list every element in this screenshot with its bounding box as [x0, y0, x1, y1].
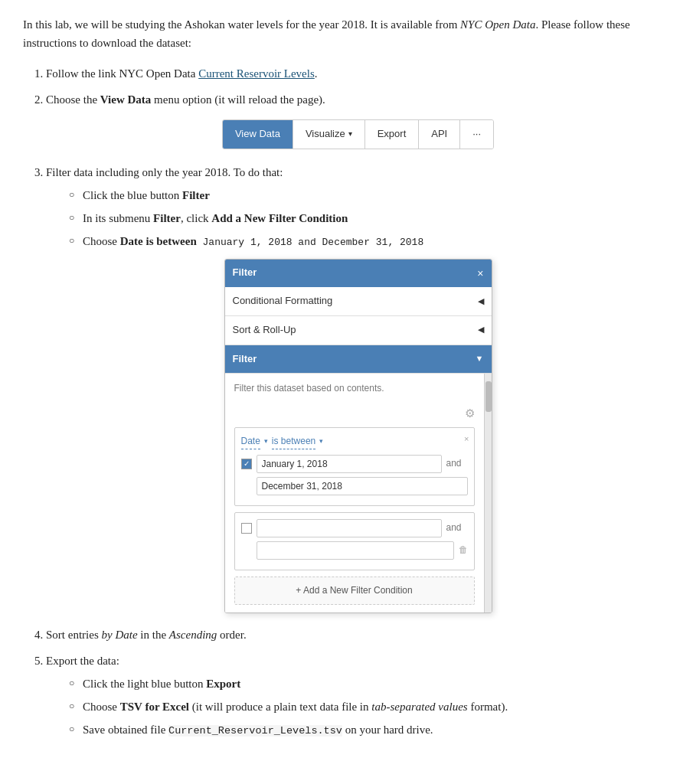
filter-field-chevron-icon: ▾ — [264, 436, 268, 446]
step3-text: Filter data including only the year 2018… — [46, 166, 283, 178]
filter-menu-cf-label: Conditional Formatting — [233, 293, 333, 309]
step3-sub1-before: Click the blue button — [83, 189, 182, 201]
filter-main-content: Filter this dataset based on contents. ⚙… — [225, 374, 484, 612]
intro-italic-source: NYC Open Data — [460, 18, 535, 31]
toolbar-export-label: Export — [378, 126, 407, 142]
step5-sub2-after: (it will produce a plain text data file … — [189, 701, 371, 713]
step-1: Follow the link NYC Open Data Current Re… — [46, 64, 670, 83]
instructions-list: Follow the link NYC Open Data Current Re… — [46, 64, 670, 740]
filter-dialog-container: Filter × Conditional Formatting ◀ Sort &… — [46, 259, 670, 613]
step3-sublist: Click the blue button Filter In its subm… — [69, 186, 670, 251]
toolbar-mockup: View Data Visualize ▾ Export API ··· — [46, 119, 670, 149]
filter-operator-chevron-icon: ▾ — [319, 436, 323, 446]
filter-condition-1-header: Date ▾ is between ▾ — [241, 434, 468, 449]
step4-italic1: by Date — [102, 629, 138, 641]
toolbar: View Data Visualize ▾ Export API ··· — [222, 119, 494, 149]
intro-paragraph: In this lab, we will be studying the Ash… — [23, 15, 670, 52]
step-4: Sort entries by Date in the Ascending or… — [46, 626, 670, 644]
filter-menu-sort-label: Sort & Roll-Up — [233, 322, 296, 338]
step5-sub2-bold: TSV for Excel — [120, 701, 189, 713]
filter-description: Filter this dataset based on contents. — [234, 381, 475, 396]
filter-body-area: Filter this dataset based on contents. ⚙… — [225, 374, 492, 612]
add-filter-condition-button[interactable]: + Add a New Filter Condition — [234, 577, 475, 605]
filter-row-1b — [241, 477, 468, 495]
reservoir-levels-link[interactable]: Current Reservoir Levels — [198, 67, 315, 80]
step5-sub3: Save obtained file Current_Reservoir_Lev… — [69, 720, 670, 740]
step3-sub2-middle: , click — [181, 212, 211, 224]
add-filter-condition-label: + Add a New Filter Condition — [296, 583, 412, 598]
step3-sub2-bold-submenu: Filter — [153, 212, 181, 224]
filter-scrollbar[interactable] — [484, 374, 492, 612]
filter-condition-2: and 🗑 — [234, 512, 475, 570]
filter-title-bar: Filter × — [225, 260, 492, 287]
step3-sub1-bold: Filter — [182, 189, 210, 201]
filter-operator[interactable]: is between — [272, 434, 315, 449]
filter-and-label-1: and — [446, 456, 468, 471]
filter-checkbox-1[interactable]: ✓ — [241, 459, 252, 469]
close-condition-1-icon[interactable]: × — [464, 433, 469, 446]
step2-text-before: Choose the — [46, 93, 100, 106]
filter-date-start-input[interactable] — [257, 455, 442, 473]
filter-empty-start-input[interactable] — [257, 519, 442, 537]
filter-dialog: Filter × Conditional Formatting ◀ Sort &… — [224, 259, 492, 613]
step-2: Choose the View Data menu option (it wil… — [46, 90, 670, 149]
step3-sub3-before: Choose — [83, 235, 120, 247]
filter-scrollbar-thumb[interactable] — [485, 381, 492, 412]
filter-menu-sort-rollup[interactable]: Sort & Roll-Up ◀ — [225, 316, 492, 345]
toolbar-more-btn[interactable]: ··· — [460, 120, 493, 149]
step2-text-after: menu option (it will reload the page). — [151, 93, 325, 106]
chevron-down-icon: ▾ — [348, 128, 352, 140]
filter-menu-filter[interactable]: Filter ▼ — [225, 345, 492, 374]
step5-sub1-before: Click the light blue button — [83, 678, 206, 690]
toolbar-visualize-btn[interactable]: Visualize ▾ — [293, 120, 365, 149]
toolbar-api-label: API — [431, 126, 447, 142]
step2-bold: View Data — [100, 93, 152, 106]
step5-sub2-before: Choose — [83, 701, 120, 713]
filter-title: Filter — [233, 265, 257, 281]
arrow-down-icon: ▼ — [476, 352, 484, 366]
filter-and-label-2: and — [446, 521, 468, 535]
toolbar-more-label: ··· — [472, 126, 481, 142]
filter-checkbox-2[interactable] — [241, 523, 252, 534]
filter-menu-conditional-formatting[interactable]: Conditional Formatting ◀ — [225, 287, 492, 316]
step1-text-before: Follow the link NYC Open Data — [46, 67, 198, 80]
arrow-left-icon-2: ◀ — [478, 323, 484, 337]
step5-text: Export the data: — [46, 655, 119, 667]
step5-sub3-before: Save obtained file — [83, 724, 168, 736]
toolbar-api-btn[interactable]: API — [419, 120, 460, 149]
step3-sub2-before: In its submenu — [83, 212, 153, 224]
filter-condition-1: × Date ▾ is between ▾ ✓ — [234, 427, 475, 506]
filter-empty-end-input[interactable] — [257, 541, 454, 560]
step3-sub2-bold-action: Add a New Filter Condition — [211, 212, 348, 224]
step4-after: order. — [217, 629, 246, 641]
filter-body: Filter this dataset based on contents. ⚙… — [225, 374, 484, 612]
step5-sub1: Click the light blue button Export — [69, 675, 670, 693]
arrow-left-icon: ◀ — [478, 295, 484, 309]
step1-text-after: . — [315, 67, 318, 80]
step3-sub3-after: January 1, 2018 and December 31, 2018 — [197, 237, 423, 248]
gear-icon[interactable]: ⚙ — [234, 404, 475, 423]
step3-sub3: Choose Date is between January 1, 2018 a… — [69, 232, 670, 251]
step4-middle: in the — [138, 629, 169, 641]
close-icon[interactable]: × — [477, 265, 483, 282]
toolbar-export-btn[interactable]: Export — [365, 120, 420, 149]
trash-icon[interactable]: 🗑 — [459, 543, 468, 557]
toolbar-view-data-label: View Data — [235, 126, 280, 142]
step-5: Export the data: Click the light blue bu… — [46, 652, 670, 740]
step5-sub2-end: format). — [468, 701, 508, 713]
filter-field-name[interactable]: Date — [241, 434, 260, 449]
step-3: Filter data including only the year 2018… — [46, 163, 670, 613]
toolbar-view-data-btn[interactable]: View Data — [223, 120, 293, 149]
step5-sub2-italic: tab-separated values — [371, 701, 467, 713]
step5-sub1-bold: Export — [206, 678, 240, 690]
step5-sub2: Choose TSV for Excel (it will produce a … — [69, 697, 670, 716]
step4-italic2: Ascending — [169, 629, 217, 641]
step5-sub3-after: on your hard drive. — [342, 724, 433, 736]
step5-sublist: Click the light blue button Export Choos… — [69, 675, 670, 740]
step4-before: Sort entries — [46, 629, 102, 641]
step3-sub1: Click the blue button Filter — [69, 186, 670, 204]
filter-menu-filter-label: Filter — [233, 351, 257, 368]
filter-row-2b: 🗑 — [241, 541, 468, 560]
toolbar-visualize-label: Visualize — [306, 126, 345, 142]
filter-date-end-input[interactable] — [257, 477, 468, 495]
